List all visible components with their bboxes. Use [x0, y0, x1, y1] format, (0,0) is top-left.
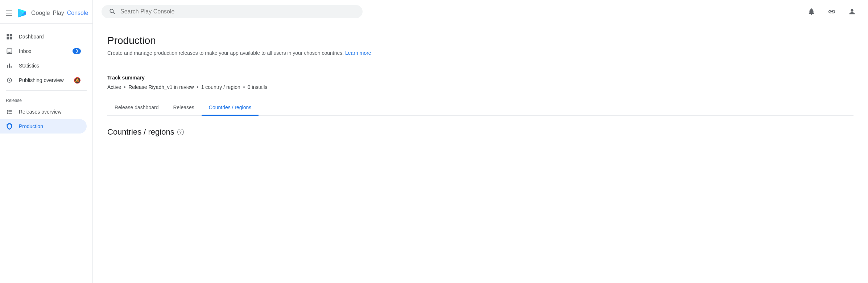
sidebar-item-label-statistics: Statistics	[19, 63, 81, 69]
track-summary-title: Track summary	[107, 75, 853, 81]
dot-separator-2	[197, 86, 198, 88]
tabs-container: Release dashboard Releases Countries / r…	[107, 100, 853, 116]
sidebar-item-label-publishing-overview: Publishing overview	[19, 77, 68, 83]
page-title: Production	[107, 35, 853, 46]
inbox-icon	[6, 48, 13, 55]
track-country-region: 1 country / region	[201, 84, 240, 90]
publishing-icon	[6, 77, 13, 84]
notification-icon[interactable]	[804, 4, 819, 19]
sidebar-item-inbox[interactable]: Inbox 8	[0, 44, 87, 58]
logo-area: Google Play Console	[17, 7, 88, 19]
sidebar-item-label-releases-overview: Releases overview	[19, 109, 81, 115]
help-icon[interactable]: ?	[177, 129, 184, 135]
bell-slash-icon: 🔕	[74, 77, 81, 84]
releases-overview-icon	[6, 108, 13, 115]
logo-text-play: Play	[53, 10, 64, 16]
statistics-icon	[6, 62, 13, 69]
search-icon	[109, 8, 116, 15]
release-section-label: Release	[0, 94, 92, 104]
sidebar-item-dashboard[interactable]: Dashboard	[0, 29, 87, 44]
track-release-name: Release Riyadh_v1 in review	[128, 84, 194, 90]
search-input[interactable]	[120, 8, 355, 15]
track-installs: 0 installs	[248, 84, 267, 90]
tab-countries-regions[interactable]: Countries / regions	[202, 100, 259, 116]
sidebar-item-label-production: Production	[19, 123, 81, 129]
page-description: Create and manage production releases to…	[107, 49, 853, 57]
logo-text-google: Google	[31, 10, 50, 16]
section-title-text: Countries / regions	[107, 127, 174, 137]
logo-text-console: Console	[67, 10, 88, 16]
main-content: Production Create and manage production …	[93, 0, 868, 283]
topbar-actions	[804, 4, 859, 19]
sidebar-item-releases-overview[interactable]: Releases overview	[0, 104, 87, 119]
page-divider	[107, 66, 853, 66]
nav-divider	[6, 90, 87, 91]
sidebar: Google Play Console Dashboard Inbox 8 St	[0, 0, 93, 283]
google-play-logo-icon	[17, 7, 28, 19]
sidebar-item-statistics[interactable]: Statistics	[0, 58, 87, 73]
topbar	[93, 0, 868, 23]
page-content: Production Create and manage production …	[93, 23, 868, 283]
account-icon[interactable]	[845, 4, 859, 19]
dashboard-icon	[6, 33, 13, 40]
sidebar-nav: Dashboard Inbox 8 Statistics Publishing …	[0, 26, 92, 283]
search-bar-container	[102, 5, 363, 18]
hamburger-menu-icon[interactable]	[6, 11, 12, 16]
sidebar-item-label-dashboard: Dashboard	[19, 34, 81, 40]
tab-release-dashboard[interactable]: Release dashboard	[107, 100, 166, 116]
learn-more-link[interactable]: Learn more	[345, 50, 371, 56]
svg-point-0	[9, 79, 10, 81]
sidebar-header: Google Play Console	[0, 3, 92, 24]
track-status: Active	[107, 84, 121, 90]
link-icon[interactable]	[824, 4, 839, 19]
tab-releases[interactable]: Releases	[166, 100, 201, 116]
sidebar-item-production[interactable]: Production	[0, 119, 87, 134]
dot-separator-3	[243, 86, 245, 88]
sidebar-item-publishing-overview[interactable]: Publishing overview 🔕	[0, 73, 87, 87]
inbox-badge: 8	[73, 48, 81, 54]
track-summary-detail: Active Release Riyadh_v1 in review 1 cou…	[107, 84, 853, 90]
section-title: Countries / regions ?	[107, 127, 853, 137]
sidebar-item-label-inbox: Inbox	[19, 48, 67, 54]
dot-separator-1	[124, 86, 125, 88]
production-icon	[6, 123, 13, 130]
